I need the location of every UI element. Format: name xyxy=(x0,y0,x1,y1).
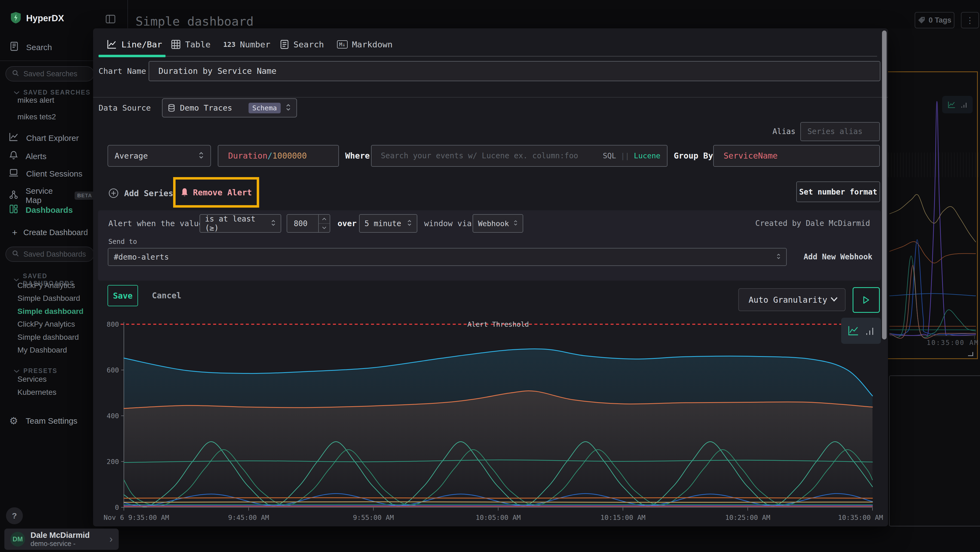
svg-text:10:15:00 AM: 10:15:00 AM xyxy=(601,514,646,522)
aggregation-select[interactable]: Average xyxy=(108,145,211,167)
alert-window-select[interactable]: 5 minute xyxy=(359,214,417,233)
laptop-icon xyxy=(9,168,19,179)
sql-toggle[interactable]: SQL xyxy=(603,152,616,160)
bar-chart-icon xyxy=(865,325,874,336)
send-to-label: Send to xyxy=(108,238,137,246)
user-name: Dale McDiarmid xyxy=(30,531,90,540)
tags-button[interactable]: 0 Tags xyxy=(915,12,955,28)
group-by-input[interactable]: ServiceName xyxy=(713,145,880,167)
hyperdx-logo-icon xyxy=(11,12,21,24)
svg-text:10:25:00 AM: 10:25:00 AM xyxy=(725,514,770,522)
sidebar-item-search[interactable]: Search xyxy=(10,41,52,53)
field-input[interactable]: Duration/1000000 xyxy=(218,145,339,167)
svg-text:Nov 6 9:35:00 AM: Nov 6 9:35:00 AM xyxy=(104,514,169,522)
chevron-down-icon xyxy=(830,297,838,303)
database-icon xyxy=(168,104,175,112)
saved-searches-input[interactable]: Saved Searches xyxy=(5,66,94,81)
bell-icon xyxy=(180,188,189,197)
chart-icon xyxy=(9,132,19,144)
sidebar-item-alerts[interactable]: Alerts xyxy=(9,150,46,162)
dashboard-list-item[interactable]: Simple Dashboard xyxy=(18,294,80,303)
save-button[interactable]: Save xyxy=(108,285,138,306)
sidebar-item-chart-explorer[interactable]: Chart Explorer xyxy=(9,132,79,144)
tab-number[interactable]: 123 Number xyxy=(223,37,270,52)
schema-badge: Schema xyxy=(248,103,281,113)
page-title: Simple dashboard xyxy=(135,14,253,29)
lucene-toggle[interactable]: Lucene xyxy=(634,152,660,160)
granularity-select[interactable]: Auto Granularity xyxy=(738,288,846,311)
alias-input[interactable]: Series alias xyxy=(800,122,880,141)
kebab-menu-button[interactable]: ⋮ xyxy=(961,12,979,28)
where-input[interactable]: Search your events w/ Lucene ex. column:… xyxy=(371,145,668,167)
service-map-icon xyxy=(9,190,18,201)
dashboards-icon xyxy=(9,204,18,215)
chevron-right-icon: › xyxy=(110,533,113,545)
magnifier-icon xyxy=(12,250,19,259)
sidebar-item-client-sessions[interactable]: Client Sessions xyxy=(9,168,83,179)
user-card[interactable]: DM Dale McDiarmid demo-service - › xyxy=(4,528,119,550)
group-by-label: Group By xyxy=(674,145,713,167)
svg-text:9:55:00 AM: 9:55:00 AM xyxy=(353,514,394,522)
svg-text:10:05:00 AM: 10:05:00 AM xyxy=(476,514,521,522)
tab-search[interactable]: Search xyxy=(280,37,324,52)
modal-scrollbar[interactable] xyxy=(882,30,887,340)
dashboard-list-item[interactable]: Simple dashboard xyxy=(18,333,79,341)
markdown-icon: M↓ xyxy=(337,40,348,48)
saved-search-item[interactable]: mikes alert xyxy=(18,96,54,105)
alias-placeholder: Series alias xyxy=(801,123,879,140)
create-dashboard-button[interactable]: + Create Dashboard xyxy=(12,227,88,238)
tab-markdown[interactable]: M↓ Markdown xyxy=(337,37,393,52)
remove-alert-button[interactable]: Remove Alert xyxy=(176,180,257,205)
sidebar-item-dashboards[interactable]: Dashboards xyxy=(9,204,73,215)
group-by-value: ServiceName xyxy=(714,145,879,166)
tabs-underline xyxy=(99,56,877,57)
topbar-divider xyxy=(127,0,128,28)
preset-item[interactable]: Services xyxy=(18,375,46,384)
remove-alert-highlight: Remove Alert xyxy=(173,177,259,207)
add-series-button[interactable]: Add Series xyxy=(108,188,173,198)
chevron-down-icon xyxy=(14,369,20,373)
section-divider xyxy=(93,97,888,97)
tab-line-bar[interactable]: Line/Bar xyxy=(107,37,162,52)
number-stepper[interactable] xyxy=(318,215,330,232)
preset-item[interactable]: Kubernetes xyxy=(18,388,56,397)
chart-name-input[interactable]: Duration by Service Name xyxy=(149,61,880,81)
number-123-icon: 123 xyxy=(223,41,235,48)
svg-text:10:35:00 AM: 10:35:00 AM xyxy=(838,514,883,522)
created-by-label: Created by Dale McDiarmid xyxy=(756,214,870,233)
sidebar-item-team-settings[interactable]: ⚙ Team Settings xyxy=(9,415,77,427)
add-new-webhook-button[interactable]: Add New Webhook xyxy=(803,248,872,266)
saved-search-item[interactable]: mikes tets2 xyxy=(18,113,56,121)
data-source-select[interactable]: Demo Traces Schema xyxy=(162,98,297,117)
cancel-button[interactable]: Cancel xyxy=(152,285,181,306)
alert-condition-select[interactable]: is at least (≥) xyxy=(200,214,281,233)
help-button[interactable]: ? xyxy=(6,507,23,524)
dashboard-list-item-active[interactable]: Simple dashboard xyxy=(18,307,84,316)
chart-type-toggle[interactable] xyxy=(841,318,881,344)
brand[interactable]: HyperDX xyxy=(11,12,64,24)
sidebar-item-service-map[interactable]: Service Map BETA xyxy=(9,187,95,205)
where-placeholder: Search your events w/ Lucene ex. column:… xyxy=(381,145,578,166)
sidebar-toggle-button[interactable] xyxy=(105,14,116,26)
dashboard-list-item[interactable]: ClickPy Analytics xyxy=(18,320,75,329)
svg-text:0: 0 xyxy=(115,504,119,511)
table-icon xyxy=(171,40,181,49)
alert-threshold-input[interactable]: 800 xyxy=(286,214,330,233)
select-chevrons-icon xyxy=(286,103,291,113)
saved-dashboards-input[interactable]: Saved Dashboards xyxy=(5,247,94,262)
magnifier-icon xyxy=(12,70,19,78)
alert-channel-select[interactable]: Webhook xyxy=(473,214,523,233)
dashboard-list-item[interactable]: My Dashboard xyxy=(18,346,67,354)
resize-handle-icon[interactable] xyxy=(968,352,973,356)
run-chart-button[interactable] xyxy=(853,287,880,313)
field-token: / xyxy=(267,151,272,161)
dashboard-list-item[interactable]: ClickPy Analytics xyxy=(18,281,75,290)
presets-header[interactable]: PRESETS xyxy=(14,367,57,375)
tab-table[interactable]: Table xyxy=(171,37,210,52)
svg-text:Alert Threshold: Alert Threshold xyxy=(468,321,529,328)
background-dashboard-region: 10:35:00 AM xyxy=(888,28,980,526)
set-number-format-button[interactable]: Set number format xyxy=(796,182,880,202)
svg-text:800: 800 xyxy=(107,321,119,328)
saved-searches-header[interactable]: SAVED SEARCHES xyxy=(14,89,91,96)
send-to-select[interactable]: #demo-alerts xyxy=(108,248,787,266)
